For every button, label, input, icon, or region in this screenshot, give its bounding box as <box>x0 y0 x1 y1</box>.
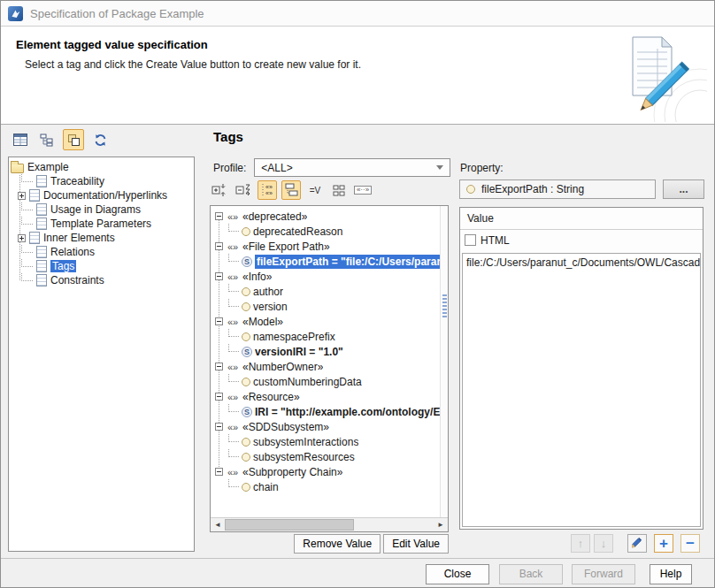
tag-label: namespacePrefix <box>253 331 335 343</box>
tree-item-label: Usage in Diagrams <box>50 203 141 216</box>
tree-item-inner-elements[interactable]: Inner Elements <box>11 231 194 245</box>
collapse-icon[interactable] <box>215 212 223 220</box>
vertical-scrollbar[interactable] <box>440 206 448 517</box>
collapse-nodes-icon[interactable] <box>234 180 253 200</box>
scrollbar-track[interactable] <box>225 518 434 531</box>
expander-icon[interactable] <box>18 234 26 242</box>
tag-row[interactable]: chain <box>215 479 440 494</box>
collapse-icon[interactable] <box>215 423 223 431</box>
collapse-icon[interactable] <box>215 393 223 401</box>
profile-row: Profile: <ALL> <box>213 158 450 177</box>
document-icon <box>29 189 40 202</box>
collapse-icon[interactable] <box>215 272 223 280</box>
profile-combobox[interactable]: <ALL> <box>254 158 450 177</box>
tag-group-row[interactable]: «Model» <box>215 314 440 329</box>
group-by-profile-icon[interactable] <box>281 180 301 200</box>
remove-value-icon[interactable] <box>680 534 700 553</box>
collapse-icon[interactable] <box>215 317 223 325</box>
table-view-icon[interactable] <box>10 129 31 150</box>
collapse-icon[interactable] <box>215 242 223 250</box>
tag-label: subsystemResources <box>253 451 355 463</box>
property-field[interactable]: fileExportPath : String <box>459 179 656 199</box>
scroll-right-icon[interactable] <box>434 518 448 531</box>
stereotype-box-icon[interactable] <box>353 180 373 200</box>
copy-view-icon[interactable] <box>63 129 84 150</box>
show-default-values-icon[interactable] <box>305 180 325 200</box>
remove-value-button[interactable]: Remove Value <box>294 534 381 554</box>
document-icon <box>36 274 47 286</box>
refresh-icon[interactable] <box>89 129 111 150</box>
stereotype-icon <box>226 362 240 372</box>
tag-label: chain <box>253 481 279 493</box>
back-button[interactable]: Back <box>499 564 563 584</box>
property-more-button[interactable]: ... <box>663 179 704 199</box>
scroll-left-icon[interactable] <box>211 518 225 531</box>
tag-row[interactable]: IRI = "http://example.com/ontology/E <box>215 404 440 419</box>
tag-row[interactable]: namespacePrefix <box>215 329 440 344</box>
tag-group-row[interactable]: «File Export Path» <box>215 239 440 254</box>
edit-pencil-icon[interactable] <box>627 534 647 553</box>
tag-row[interactable]: version <box>215 299 440 314</box>
tree-item-traceability[interactable]: Traceability <box>11 174 194 188</box>
tag-row-selected[interactable]: fileExportPath = "file:/C:/Users/paranut <box>215 254 440 269</box>
app-icon <box>8 6 23 21</box>
collapse-icon[interactable] <box>215 468 223 476</box>
move-down-icon[interactable] <box>594 534 613 553</box>
expand-nodes-icon[interactable] <box>210 180 229 200</box>
tree-view-icon[interactable] <box>36 129 58 150</box>
document-icon <box>29 232 40 244</box>
tag-group-row[interactable]: «Info» <box>215 269 440 284</box>
tree-connector <box>228 284 239 292</box>
tree-item-label: Inner Elements <box>43 232 115 244</box>
expander-icon[interactable] <box>18 192 26 200</box>
show-stereotypes-icon[interactable]: «»«» <box>258 180 277 200</box>
value-text-area[interactable]: file:/C:/Users/paranut_c/Documents/OWL/C… <box>462 253 701 527</box>
tag-row[interactable]: subsystemResources <box>215 449 440 464</box>
edit-value-button[interactable]: Edit Value <box>383 534 449 554</box>
tag-group-row[interactable]: «deprecated» <box>215 209 440 224</box>
stereotype-icon <box>226 241 240 252</box>
tree-connector <box>228 254 239 262</box>
tree-item-relations[interactable]: Relations <box>11 245 194 259</box>
collapse-icon[interactable] <box>215 363 223 370</box>
tag-row[interactable]: versionIRI = "1.0" <box>215 344 440 359</box>
tag-group-row[interactable]: «Subproperty Chain» <box>215 464 440 479</box>
main-area: Example Traceability Documentation/Hyper… <box>1 126 715 558</box>
tree-item-documentation[interactable]: Documentation/Hyperlinks <box>11 188 194 202</box>
scrollbar-thumb[interactable] <box>442 294 447 319</box>
tree-item-usage-in-diagrams[interactable]: Usage in Diagrams <box>11 202 194 217</box>
header-title: Element tagged value specification <box>16 38 208 51</box>
scrollbar-thumb[interactable] <box>225 519 354 531</box>
help-button[interactable]: Help <box>650 564 692 584</box>
titlebar[interactable]: Specification of Package Example <box>1 1 714 27</box>
move-up-icon[interactable] <box>571 534 590 553</box>
tag-row[interactable]: deprecatedReason <box>215 224 440 239</box>
tag-group-row[interactable]: «Resource» <box>215 389 440 404</box>
horizontal-scrollbar[interactable] <box>211 517 448 531</box>
tags-buttons: Remove Value Edit Value <box>210 534 449 554</box>
tree-item-constraints[interactable]: Constraints <box>11 273 194 287</box>
element-tree: Example Traceability Documentation/Hyper… <box>8 157 195 552</box>
tag-row[interactable]: customNumberingData <box>215 374 440 389</box>
grid-view-icon[interactable] <box>329 180 349 200</box>
document-pencil-icon <box>608 28 707 122</box>
tag-group-row[interactable]: «SDDSubsystem» <box>215 419 440 434</box>
document-icon <box>36 260 47 272</box>
document-icon <box>36 246 47 258</box>
tree-item-example[interactable]: Example <box>11 160 194 174</box>
tag-row[interactable]: author <box>215 284 440 299</box>
tree-item-tags[interactable]: Tags <box>11 259 194 273</box>
stereotype-icon <box>226 392 240 402</box>
forward-button[interactable]: Forward <box>572 564 635 584</box>
tree-connector <box>21 273 33 281</box>
close-button[interactable]: Close <box>426 564 489 584</box>
html-checkbox[interactable] <box>465 234 476 246</box>
tree-item-template-parameters[interactable]: Template Parameters <box>11 217 194 231</box>
add-value-icon[interactable] <box>654 534 673 553</box>
tag-icon <box>242 227 250 236</box>
tag-group-row[interactable]: «NumberOwner» <box>215 359 440 374</box>
tag-group-label: «Resource» <box>242 391 300 403</box>
tag-row[interactable]: subsystemInteractions <box>215 434 440 449</box>
value-toolbar <box>571 534 700 553</box>
tag-icon <box>242 483 250 492</box>
